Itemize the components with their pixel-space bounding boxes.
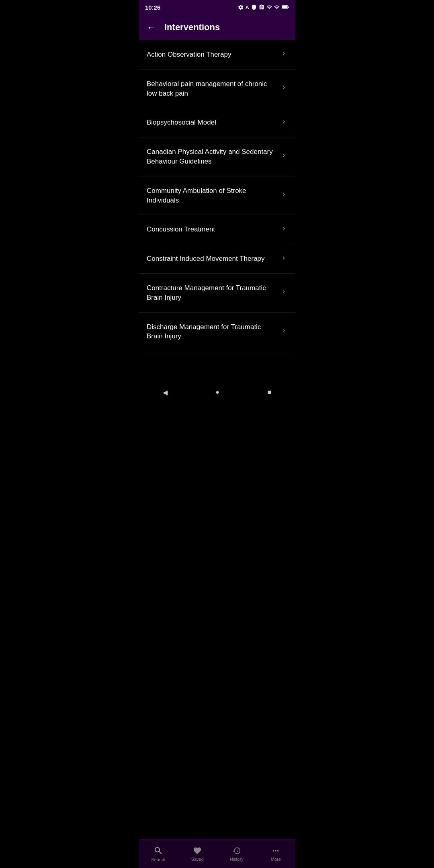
list-item[interactable]: Canadian Physical Activity and Sedentary…: [139, 137, 295, 176]
list-item-text: Constraint Induced Movement Therapy: [147, 254, 280, 264]
a-icon: A: [246, 4, 249, 10]
system-navigation: ◀ ● ■: [139, 383, 295, 401]
page-header: ← Interventions: [139, 14, 295, 40]
chevron-right-icon: [280, 191, 287, 200]
list-item-text: Canadian Physical Activity and Sedentary…: [147, 147, 280, 166]
chevron-right-icon: [280, 118, 287, 127]
chevron-right-icon: [280, 288, 287, 297]
list-item[interactable]: Concussion Treatment: [139, 215, 295, 244]
list-item-text: Contracture Management for Traumatic Bra…: [147, 283, 280, 303]
chevron-right-icon: [280, 254, 287, 264]
system-back-button[interactable]: ◀: [163, 389, 168, 396]
list-item[interactable]: Behavioral pain management of chronic lo…: [139, 70, 295, 108]
chevron-right-icon: [280, 225, 287, 234]
settings-icon: [238, 4, 244, 10]
clipboard-icon: [259, 4, 264, 10]
list-item-text: Behavioral pain management of chronic lo…: [147, 79, 280, 98]
list-item-text: Concussion Treatment: [147, 225, 280, 234]
svg-rect-1: [282, 6, 287, 9]
list-item[interactable]: Action Observation Therapy: [139, 40, 295, 70]
wifi-icon: [266, 4, 272, 10]
list-item[interactable]: Contracture Management for Traumatic Bra…: [139, 274, 295, 313]
list-item-text: Biopsychosocial Model: [147, 118, 280, 127]
battery-icon: [282, 5, 289, 10]
list-item[interactable]: Biopsychosocial Model: [139, 108, 295, 137]
list-item-text: Action Observation Therapy: [147, 50, 280, 59]
list-item[interactable]: Community Ambulation of Stroke Individua…: [139, 176, 295, 215]
back-button[interactable]: ←: [145, 20, 158, 35]
interventions-list: Action Observation TherapyBehavioral pai…: [139, 40, 295, 383]
status-icons: A: [238, 4, 289, 10]
chevron-right-icon: [280, 152, 287, 161]
chevron-right-icon: [280, 327, 287, 336]
status-time: 10:26: [145, 4, 160, 11]
page-title: Interventions: [164, 22, 220, 33]
svg-rect-2: [288, 6, 289, 8]
chevron-right-icon: [280, 84, 287, 93]
shield-icon: [251, 4, 257, 10]
signal-icon: [274, 4, 280, 10]
list-item[interactable]: Constraint Induced Movement Therapy: [139, 244, 295, 274]
list-item[interactable]: Discharge Management for Traumatic Brain…: [139, 313, 295, 352]
chevron-right-icon: [280, 50, 287, 59]
list-item-text: Community Ambulation of Stroke Individua…: [147, 186, 280, 205]
system-home-button[interactable]: ●: [215, 389, 219, 396]
system-recents-button[interactable]: ■: [268, 389, 272, 396]
status-bar: 10:26 A: [139, 0, 295, 14]
list-item-text: Discharge Management for Traumatic Brain…: [147, 322, 280, 342]
